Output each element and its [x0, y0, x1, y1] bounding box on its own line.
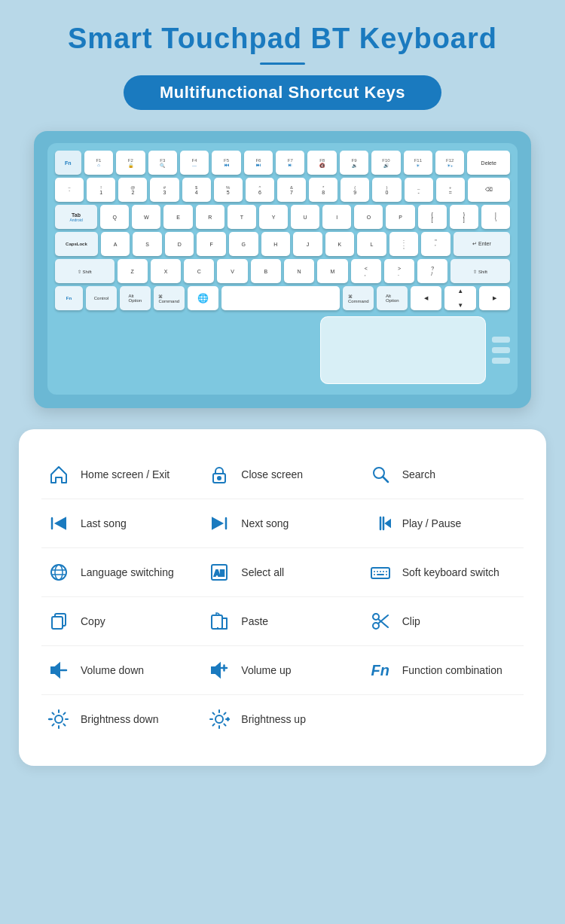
- key-h: H: [261, 232, 291, 256]
- svg-text:All: All: [214, 569, 224, 578]
- voldown-label: Volume down: [81, 663, 144, 677]
- key-backslash: |\: [481, 205, 510, 229]
- next-svg: [209, 513, 230, 534]
- key-n: N: [284, 259, 314, 283]
- touchpad-indicators: [492, 337, 510, 364]
- svg-line-46: [63, 713, 65, 715]
- key-0: )0: [372, 178, 401, 202]
- key-u: U: [291, 205, 319, 229]
- svg-marker-10: [386, 520, 391, 527]
- key-minus: _-: [405, 178, 433, 202]
- volup-icon: [206, 660, 232, 681]
- key-capslock: CapsLock: [55, 232, 98, 256]
- key-ctrl: Control: [86, 286, 117, 310]
- fn-icon: Fn: [368, 662, 393, 679]
- volup-label: Volume up: [241, 663, 291, 677]
- key-delete: Delete: [467, 151, 510, 175]
- key-rbracket: }]: [450, 205, 478, 229]
- key-f2: F2🔒: [116, 151, 145, 175]
- key-comma: <,: [351, 259, 381, 283]
- key-w: W: [132, 205, 160, 229]
- paste-icon: [206, 611, 232, 632]
- indicator-3: [492, 358, 510, 364]
- key-a: A: [101, 232, 130, 256]
- shortcut-keyboard: Soft keyboard switch: [363, 548, 524, 597]
- key-cmd-r: ⌘Command: [343, 286, 374, 310]
- copy-label: Copy: [81, 614, 105, 628]
- key-enter: ↵ Enter: [454, 232, 510, 256]
- svg-point-39: [55, 715, 63, 723]
- key-m: M: [317, 259, 347, 283]
- key-b: B: [251, 259, 281, 283]
- paste-label: Paste: [241, 614, 268, 628]
- keyboard-illustration: Fn F1⌂ F2🔒 F3🔍 F4⋯ F5⏮ F6⏭ F7⏯ F8🔇 F9🔉 F…: [34, 131, 531, 408]
- keyboard-label: Soft keyboard switch: [402, 566, 499, 579]
- key-f4: F4⋯: [180, 151, 209, 175]
- subtitle-badge: Multifunctional Shortcut Keys: [124, 75, 441, 110]
- shortcut-play: Play / Pause: [363, 499, 524, 548]
- svg-point-12: [55, 565, 63, 580]
- keyboard-svg: [370, 562, 391, 583]
- prev-svg: [48, 513, 69, 534]
- key-4: $4: [182, 178, 211, 202]
- home-svg: [48, 464, 69, 485]
- key-arrow-left: ◀: [411, 286, 441, 310]
- key-backtick: ~`: [55, 178, 84, 202]
- shortcut-empty: [363, 695, 524, 743]
- search-icon: [368, 464, 393, 485]
- key-3: #3: [150, 178, 179, 202]
- lock-icon: [206, 464, 232, 485]
- globe-svg: [48, 562, 69, 583]
- key-7: &7: [277, 178, 306, 202]
- key-semicolon: :;: [389, 232, 419, 256]
- selectall-svg: All: [209, 562, 230, 583]
- key-lbracket: {[: [418, 205, 447, 229]
- key-space: [221, 286, 341, 310]
- svg-line-54: [213, 713, 215, 715]
- shortcut-fn: Fn Function combination: [363, 646, 524, 695]
- svg-marker-7: [212, 518, 222, 529]
- key-1: !1: [87, 178, 115, 202]
- svg-marker-34: [51, 663, 60, 677]
- key-fn2: Fn: [55, 286, 83, 310]
- touchpad[interactable]: [320, 316, 486, 384]
- brightup-svg: [209, 709, 230, 730]
- key-5: %5: [214, 178, 243, 202]
- svg-marker-36: [212, 663, 220, 677]
- key-6: ^6: [246, 178, 274, 202]
- next-label: Next song: [241, 517, 289, 530]
- shortcut-paste: Paste: [202, 597, 362, 646]
- key-i: I: [322, 205, 351, 229]
- brightdown-icon: [46, 709, 72, 730]
- key-f: F: [197, 232, 226, 256]
- scissors-svg: [370, 611, 391, 632]
- key-f5: F5⏮: [212, 151, 240, 175]
- svg-point-1: [218, 477, 221, 480]
- key-f10: F10🔊: [371, 151, 400, 175]
- key-9: (9: [341, 178, 369, 202]
- search-svg: [370, 464, 391, 485]
- key-quote: "': [421, 232, 450, 256]
- shortcut-prev: Last song: [41, 499, 202, 548]
- key-tab: TabAndroid: [55, 205, 97, 229]
- fn-text: Fn: [371, 662, 389, 679]
- key-arrow-right: ▶: [479, 286, 510, 310]
- voldown-svg: [48, 660, 69, 681]
- title-divider: [260, 63, 305, 65]
- prev-label: Last song: [81, 517, 127, 530]
- svg-line-55: [224, 724, 226, 725]
- close-label: Close screen: [241, 468, 303, 481]
- key-j: J: [293, 232, 322, 256]
- svg-rect-28: [212, 615, 222, 629]
- bottom-row: Fn Control AltOption ⌘Command 🌐 ⌘Command…: [55, 286, 510, 310]
- search-label: Search: [402, 468, 435, 481]
- shortcut-volup: Volume up: [202, 646, 362, 695]
- paste-svg: [209, 611, 230, 632]
- shortcut-clip: Clip: [363, 597, 524, 646]
- key-f3: F3🔍: [148, 151, 177, 175]
- lock-svg: [209, 464, 230, 485]
- svg-line-47: [53, 724, 54, 725]
- svg-point-49: [215, 715, 223, 723]
- zxcv-row: ⇧ Shift Z X C V B N M <, >. ?/ ⇧ Shift: [55, 259, 510, 283]
- key-fn: Fn: [55, 151, 81, 175]
